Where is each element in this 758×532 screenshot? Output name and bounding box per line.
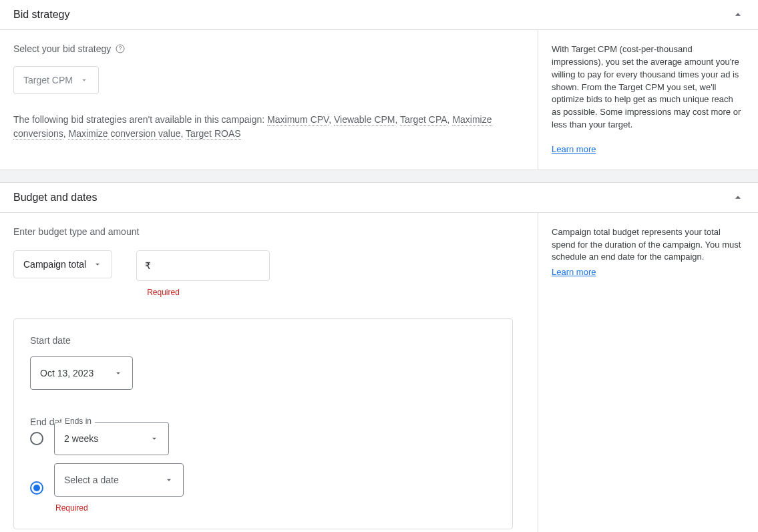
end-option-date: Select a date Required — [30, 463, 496, 513]
bid-strategy-select[interactable]: Target CPM — [13, 66, 99, 94]
bid-info-panel: With Target CPM (cost-per-thousand impre… — [538, 30, 758, 170]
start-date-select[interactable]: Oct 13, 2023 — [30, 356, 133, 390]
end-date-value: Select a date — [64, 475, 119, 485]
help-icon[interactable] — [115, 43, 126, 54]
budget-amount-wrapper: ₹ Required — [136, 250, 270, 297]
bid-strategy-header[interactable]: Bid strategy — [0, 0, 758, 29]
caret-down-icon — [93, 260, 102, 269]
ends-in-label: Ends in — [61, 417, 95, 426]
end-date-select[interactable]: Select a date — [54, 463, 184, 497]
bid-info-text: With Target CPM (cost-per-thousand impre… — [552, 43, 745, 131]
budget-amount-input[interactable]: ₹ — [136, 250, 270, 281]
bid-unavailable-note: The following bid strategies aren't avai… — [13, 113, 524, 141]
end-date-select-wrapper: Select a date Required — [54, 463, 184, 513]
budget-learn-more-link[interactable]: Learn more — [552, 267, 596, 277]
bid-strategy-title: Bid strategy — [13, 9, 69, 21]
ends-in-select[interactable]: Ends in 2 weeks — [54, 422, 169, 455]
budget-info-text: Campaign total budget represents your to… — [552, 226, 745, 264]
bid-note-prefix: The following bid strategies aren't avai… — [13, 114, 267, 125]
budget-type-select[interactable]: Campaign total — [13, 250, 112, 278]
budget-title: Budget and dates — [13, 192, 97, 204]
chevron-up-icon[interactable] — [731, 191, 745, 204]
end-date-block: End date Ends in 2 weeks Sel — [30, 417, 496, 513]
section-gap — [0, 170, 758, 183]
caret-down-icon — [150, 434, 159, 443]
end-date-required-text: Required — [55, 503, 184, 513]
caret-down-icon — [114, 368, 123, 378]
start-date-value: Oct 13, 2023 — [40, 368, 93, 378]
budget-required-text: Required — [147, 288, 270, 297]
chevron-up-icon[interactable] — [731, 8, 745, 21]
ends-in-value: 2 weeks — [64, 433, 98, 444]
na-strategy-2[interactable]: Target CPA — [400, 114, 447, 125]
na-strategy-0[interactable]: Maximum CPV — [267, 114, 329, 125]
radio-dot-icon — [33, 485, 40, 491]
bid-left-column: Select your bid strategy Target CPM The … — [0, 30, 538, 170]
budget-body: Enter budget type and amount Campaign to… — [0, 213, 758, 532]
budget-info-panel: Campaign total budget represents your to… — [538, 213, 758, 532]
bid-select-label: Select your bid strategy — [13, 43, 111, 54]
caret-down-icon — [164, 475, 174, 485]
budget-type-value: Campaign total — [23, 259, 86, 270]
budget-input-row: Campaign total ₹ Required — [13, 250, 524, 297]
start-date-label: Start date — [30, 335, 496, 346]
end-option-duration: Ends in 2 weeks — [30, 422, 496, 455]
caret-down-icon — [79, 75, 89, 85]
na-strategy-5[interactable]: Target ROAS — [186, 128, 240, 140]
bid-strategy-value: Target CPM — [23, 75, 73, 85]
end-radio-duration[interactable] — [30, 432, 43, 445]
currency-symbol: ₹ — [145, 260, 151, 271]
budget-header[interactable]: Budget and dates — [0, 183, 758, 212]
dates-card: Start date Oct 13, 2023 End date Ends in… — [13, 318, 513, 529]
bid-learn-more-link[interactable]: Learn more — [552, 144, 596, 154]
bid-strategy-body: Select your bid strategy Target CPM The … — [0, 30, 758, 170]
svg-point-1 — [120, 51, 121, 51]
na-strategy-4[interactable]: Maximize conversion value — [68, 128, 180, 140]
na-strategy-1[interactable]: Viewable CPM — [334, 114, 395, 125]
bid-select-label-row: Select your bid strategy — [13, 43, 524, 54]
budget-left-column: Enter budget type and amount Campaign to… — [0, 213, 538, 532]
budget-enter-label: Enter budget type and amount — [13, 226, 524, 237]
end-radio-date[interactable] — [30, 481, 43, 495]
